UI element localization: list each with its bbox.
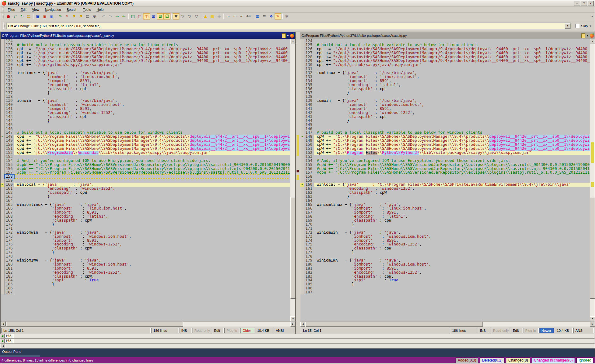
- diff-marker-gutter[interactable]: [1, 95, 5, 99]
- code-text[interactable]: [314, 179, 590, 183]
- diff-marker-gutter[interactable]: [300, 67, 304, 71]
- diff-marker-gutter[interactable]: [1, 171, 5, 175]
- code-line[interactable]: 139iomwin = {'java' : '/usr/bin/java',: [300, 99, 590, 103]
- code-line[interactable]: 142 'encoding' : 'windows-1252',: [300, 111, 590, 115]
- code-text[interactable]: 'iomhost' : 'windows.iom.host',: [314, 235, 590, 239]
- diff-marker-gutter[interactable]: [300, 206, 304, 210]
- code-text[interactable]: [14, 155, 290, 159]
- code-line[interactable]: 152cpW += ";C:\\Program Files\\Python\\P…: [300, 151, 590, 155]
- code-text[interactable]: 'sspi' : True: [314, 278, 590, 282]
- code-line[interactable]: 185 }: [1, 282, 290, 286]
- code-line[interactable]: 155#cpW += ";C:\\Program Files\\SASHome\…: [1, 163, 290, 167]
- code-line[interactable]: 144 }: [1, 119, 290, 123]
- code-line[interactable]: 167 'iomport' : 8591,: [300, 210, 590, 214]
- diff-marker-gutter[interactable]: [1, 159, 5, 163]
- diff-marker-gutter[interactable]: [1, 223, 5, 227]
- toolbar-flag-second-button[interactable]: ⚑: [77, 13, 84, 20]
- code-line[interactable]: 132iomlinux = {'java' : '/usr/bin/java',: [300, 71, 590, 75]
- code-text[interactable]: 'sspi' : True: [14, 278, 290, 282]
- code-text[interactable]: 'classpath' : cpW,: [14, 275, 290, 279]
- left-hscroll-thumb[interactable]: [6, 322, 183, 327]
- code-text[interactable]: cpL += ":/opt/github/saspy/java/saspyiom…: [14, 63, 290, 67]
- code-line[interactable]: 153: [300, 155, 590, 159]
- scroll-right-button[interactable]: ▶: [290, 322, 295, 327]
- diff-marker-gutter[interactable]: [300, 239, 304, 243]
- code-text[interactable]: 'classpath' : cpL: [14, 115, 290, 119]
- code-line[interactable]: 170 }: [1, 223, 290, 227]
- code-text[interactable]: # build out a local classpath variable t…: [14, 43, 290, 47]
- toolbar-grip[interactable]: [2, 14, 4, 19]
- code-text[interactable]: }: [14, 282, 290, 286]
- code-text[interactable]: 'iomhost' : 'windows.iom.host',: [314, 103, 590, 107]
- code-line[interactable]: 169 'classpath' : cpW: [1, 219, 290, 223]
- badge-deleted-0-2-[interactable]: Deleted(0,2): [480, 358, 505, 363]
- code-text[interactable]: }: [314, 195, 590, 199]
- code-line[interactable]: 162 'classpath' : cpW: [1, 191, 290, 195]
- diff-locator-tick[interactable]: [297, 135, 299, 156]
- code-line[interactable]: 145: [300, 123, 590, 127]
- code-line[interactable]: 181 'iomport' : 8591,: [300, 266, 590, 271]
- code-text[interactable]: # build out a local classpath variable t…: [314, 131, 590, 135]
- diff-marker-gutter[interactable]: [1, 282, 5, 286]
- code-line[interactable]: 141 'iomport' : 8591,: [300, 107, 590, 111]
- diff-marker-gutter[interactable]: [300, 103, 304, 107]
- code-text[interactable]: 'encoding' : 'latin1',: [14, 83, 290, 87]
- code-line[interactable]: 131: [300, 67, 590, 71]
- scroll-up-button[interactable]: ▲: [590, 39, 595, 44]
- diff-marker-gutter[interactable]: [1, 242, 5, 246]
- diff-marker-gutter[interactable]: [1, 123, 5, 127]
- diff-marker-gutter[interactable]: [1, 119, 5, 123]
- code-text[interactable]: # build out a local classpath variable t…: [14, 131, 290, 135]
- code-text[interactable]: [14, 199, 290, 203]
- diff-marker-gutter[interactable]: [1, 139, 5, 143]
- code-line[interactable]: 182 'encoding' : 'windows-1252',: [300, 271, 590, 275]
- diff-marker-gutter[interactable]: [300, 254, 304, 258]
- code-text[interactable]: #cpW += ";C:\\Program Files\\SASHome\\SA…: [314, 167, 590, 171]
- code-line[interactable]: 176 'classpath' : cpW: [1, 246, 290, 250]
- code-text[interactable]: cpW = "C:\\Program Files\\SASHome\\SASDe…: [14, 135, 290, 139]
- toolbar-swap-panes-button[interactable]: ⊟: [157, 13, 164, 20]
- inspector-scrollbar[interactable]: ◀: [0, 344, 595, 349]
- code-text[interactable]: [14, 67, 290, 71]
- diff-marker-gutter[interactable]: [1, 87, 5, 91]
- code-line[interactable]: 135 'encoding' : 'latin1',: [300, 83, 590, 87]
- diff-marker-gutter[interactable]: [1, 111, 5, 115]
- code-text[interactable]: 'classpath' : cpL: [314, 87, 590, 91]
- header-dropdown-icon[interactable]: ▼: [287, 34, 289, 37]
- code-line[interactable]: 174 'iomport' : 8591,: [300, 239, 590, 243]
- diff-marker-gutter[interactable]: [300, 171, 304, 175]
- right-vscroll-thumb[interactable]: [590, 197, 595, 299]
- code-line[interactable]: 179winiomIWA = {'java' : 'java',: [1, 258, 290, 262]
- menu-search[interactable]: Search: [64, 7, 80, 12]
- diff-marker-gutter[interactable]: [1, 63, 5, 67]
- diff-marker-gutter[interactable]: [1, 187, 5, 191]
- code-line[interactable]: 154# And, if you've configured IOM to us…: [300, 159, 590, 163]
- code-text[interactable]: [14, 127, 290, 131]
- code-text[interactable]: 'iomhost' : 'linux.iom.host',: [14, 206, 290, 210]
- left-code-area[interactable]: 124125# build out a local classpath vari…: [1, 39, 290, 321]
- diff-marker-gutter[interactable]: [300, 55, 304, 59]
- code-text[interactable]: 'iomport' : 8591,: [314, 266, 590, 271]
- menu-files[interactable]: Files: [5, 7, 18, 12]
- diff-marker-gutter[interactable]: [1, 179, 5, 183]
- diff-marker-gutter[interactable]: [300, 286, 304, 290]
- code-text[interactable]: [14, 286, 290, 290]
- diff-marker-gutter[interactable]: [1, 239, 5, 243]
- diff-marker-gutter[interactable]: [300, 159, 304, 163]
- scroll-right-button[interactable]: ▶: [590, 322, 595, 327]
- diff-marker-gutter[interactable]: [1, 262, 5, 266]
- code-line[interactable]: 143 'classpath' : cpL: [300, 115, 590, 119]
- code-line[interactable]: 163 }: [300, 195, 590, 199]
- code-text[interactable]: 'iomport' : 8591,: [314, 107, 590, 111]
- code-line[interactable]: 129cpL += ":/opt/sasinside/SASHome/SASDe…: [300, 59, 590, 63]
- diff-marker-gutter[interactable]: [1, 227, 5, 231]
- diff-marker-gutter[interactable]: [1, 151, 5, 155]
- menu-edit[interactable]: Edit: [18, 7, 29, 12]
- file-copy-icon[interactable]: [581, 33, 585, 38]
- first-file-header[interactable]: C:\Program Files\Python\Python37\Lib\sit…: [1, 32, 295, 39]
- diff-marker-gutter[interactable]: [1, 235, 5, 239]
- toolbar-flag-first-button[interactable]: ⚑: [71, 13, 77, 20]
- close-button[interactable]: ×: [588, 1, 594, 6]
- code-text[interactable]: iomlinux = {'java' : '/usr/bin/java',: [314, 71, 590, 75]
- code-text[interactable]: 'classpath' : cpW: [314, 246, 590, 250]
